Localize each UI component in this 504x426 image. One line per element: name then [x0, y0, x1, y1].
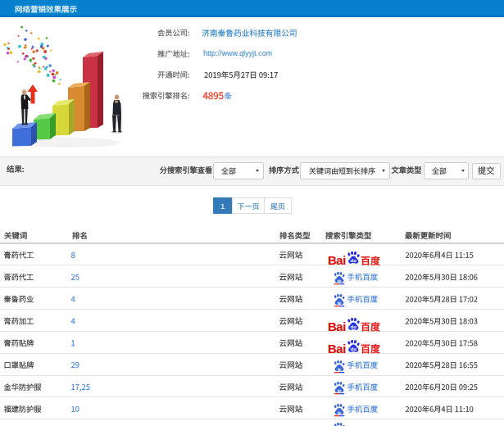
svg-text:du: du — [350, 258, 356, 263]
svg-text:du: du — [337, 367, 341, 370]
svg-text:du: du — [337, 279, 341, 283]
svg-text:du: du — [337, 411, 341, 415]
svg-text:du: du — [337, 389, 341, 392]
svg-text:du: du — [350, 324, 356, 329]
svg-text:du: du — [350, 346, 356, 351]
svg-text:du: du — [337, 301, 341, 305]
